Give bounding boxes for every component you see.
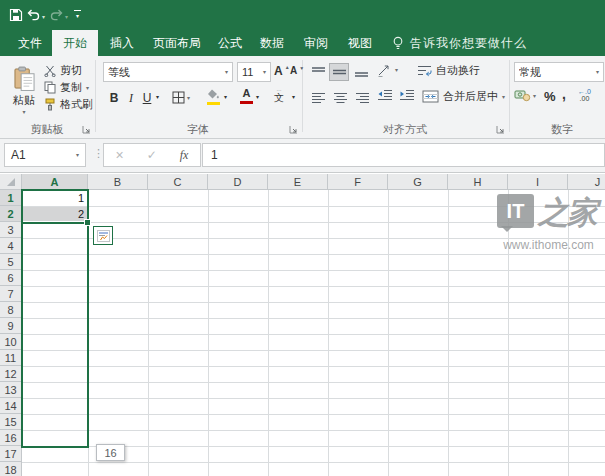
align-right-icon[interactable] [352, 89, 372, 107]
enter-icon[interactable]: ✓ [147, 148, 157, 162]
bold-button[interactable]: B [106, 88, 122, 108]
row-header-4[interactable]: 4 [0, 238, 22, 254]
font-color-icon[interactable]: A [240, 88, 253, 104]
tab-7[interactable]: 视图 [340, 30, 380, 56]
column-header-J[interactable]: J [568, 174, 605, 190]
name-box[interactable]: A1 ▾ [4, 143, 86, 167]
gridline [208, 190, 209, 476]
column-header-E[interactable]: E [268, 174, 328, 190]
cell-A1[interactable]: 1 [22, 190, 88, 206]
fill-color-dropdown-icon[interactable]: ▾ [224, 94, 227, 100]
row-header-1[interactable]: 1 [0, 190, 22, 206]
cancel-icon[interactable]: × [116, 147, 124, 163]
fill-handle[interactable] [84, 219, 91, 226]
row-header-13[interactable]: 13 [0, 382, 22, 398]
paste-button[interactable]: 粘贴 ▾ [6, 60, 42, 120]
row-header-16[interactable]: 16 [0, 430, 22, 446]
orientation-icon[interactable]: ▾ [377, 63, 398, 77]
cell-A2[interactable]: 2 [22, 206, 88, 222]
insert-function-icon[interactable]: fx [180, 148, 189, 163]
column-header-F[interactable]: F [328, 174, 388, 190]
formula-input[interactable]: 1 [202, 143, 605, 167]
select-all-triangle-icon [6, 177, 16, 187]
decrease-indent-icon[interactable] [377, 89, 393, 101]
underline-dropdown-icon[interactable]: ▾ [156, 94, 159, 100]
font-size-select[interactable]: 11 ▾ [237, 62, 271, 82]
undo-icon[interactable] [27, 9, 40, 21]
redo-icon[interactable] [50, 9, 63, 21]
accounting-format-icon[interactable]: ▾ [514, 89, 536, 102]
phonetic-dropdown-icon[interactable]: ▾ [292, 94, 295, 100]
row-header-14[interactable]: 14 [0, 398, 22, 414]
increase-font-size-icon[interactable]: A▲ [274, 64, 290, 78]
row-header-12[interactable]: 12 [0, 366, 22, 382]
undo-dropdown-icon[interactable]: ▾ [42, 13, 45, 20]
select-all-button[interactable] [0, 174, 22, 190]
italic-button[interactable]: I [124, 88, 138, 108]
row-header-10[interactable]: 10 [0, 334, 22, 350]
clipboard-dialog-launcher-icon[interactable] [81, 124, 91, 134]
column-header-G[interactable]: G [388, 174, 448, 190]
row-header-2[interactable]: 2 [0, 206, 22, 222]
column-header-B[interactable]: B [88, 174, 148, 190]
align-left-icon[interactable] [308, 89, 328, 107]
font-color-dropdown-icon[interactable]: ▾ [256, 94, 259, 100]
number-format-select[interactable]: 常规 ▾ [514, 62, 604, 82]
wrap-text-button[interactable]: 自动换行 [417, 63, 480, 78]
merge-center-button[interactable]: 合并后居中 ▾ [422, 89, 505, 104]
column-header-A[interactable]: A [22, 174, 88, 190]
tab-3[interactable]: 页面布局 [146, 30, 208, 56]
row-header-8[interactable]: 8 [0, 302, 22, 318]
percent-style-icon[interactable]: % [544, 89, 556, 104]
alignment-dialog-launcher-icon[interactable] [495, 124, 505, 134]
gridline [22, 206, 605, 207]
tab-5[interactable]: 数据 [252, 30, 292, 56]
align-center-icon[interactable] [330, 89, 350, 107]
align-top-icon[interactable] [308, 63, 328, 81]
alignment-group-label: 对齐方式 [370, 122, 440, 136]
tab-file[interactable]: 文件 [8, 30, 52, 56]
row-header-17[interactable]: 17 [0, 446, 22, 462]
row-header-15[interactable]: 15 [0, 414, 22, 430]
copy-button[interactable]: 复制 ▾ [44, 80, 89, 95]
row-header-5[interactable]: 5 [0, 254, 22, 270]
font-size-value: 11 [242, 66, 263, 78]
fill-color-icon[interactable] [206, 89, 220, 105]
row-header-18[interactable]: 18 [0, 462, 22, 476]
column-header-C[interactable]: C [148, 174, 208, 190]
font-name-select[interactable]: 等线 ▾ [103, 62, 233, 82]
format-painter-button[interactable]: 格式刷 [44, 97, 93, 112]
gridline [22, 254, 605, 255]
increase-indent-icon[interactable] [399, 89, 415, 101]
tab-1[interactable]: 开始 [52, 30, 98, 56]
row-header-6[interactable]: 6 [0, 270, 22, 286]
align-middle-icon[interactable] [329, 63, 349, 81]
borders-icon[interactable]: ▾ [172, 91, 190, 104]
increase-decimal-icon[interactable]: ←.0 .00 [578, 88, 591, 102]
column-header-D[interactable]: D [208, 174, 268, 190]
gridline [448, 190, 449, 476]
phonetic-guide-icon[interactable]: ⋯ 文 [274, 88, 284, 103]
comma-style-icon[interactable]: , [562, 86, 566, 102]
tell-me-box[interactable]: 告诉我你想要做什么 [392, 30, 527, 56]
column-header-H[interactable]: H [448, 174, 508, 190]
tab-2[interactable]: 插入 [100, 30, 144, 56]
quick-analysis-button[interactable] [93, 226, 113, 245]
row-header-9[interactable]: 9 [0, 318, 22, 334]
save-icon[interactable] [9, 8, 23, 22]
row-header-3[interactable]: 3 [0, 222, 22, 238]
tab-4[interactable]: 公式 [210, 30, 250, 56]
redo-dropdown-icon[interactable]: ▾ [65, 13, 68, 20]
row-header-7[interactable]: 7 [0, 286, 22, 302]
customize-quick-access-icon[interactable]: ▾ [74, 10, 81, 19]
format-painter-label: 格式刷 [60, 97, 93, 112]
align-bottom-icon[interactable] [351, 63, 371, 81]
row-header-11[interactable]: 11 [0, 350, 22, 366]
underline-button[interactable]: U [140, 88, 154, 108]
cut-button[interactable]: 剪切 [44, 63, 82, 78]
column-header-I[interactable]: I [508, 174, 568, 190]
decrease-font-size-icon[interactable]: A▼ [290, 65, 304, 76]
font-dialog-launcher-icon[interactable] [288, 124, 298, 134]
tab-6[interactable]: 审阅 [296, 30, 336, 56]
formula-content: 1 [211, 148, 218, 162]
